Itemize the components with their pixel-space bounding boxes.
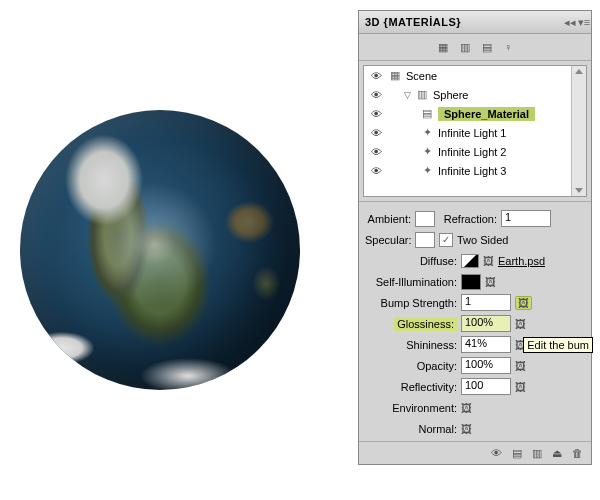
tree-label: Infinite Light 2 [438, 146, 507, 158]
specular-label: Specular: [365, 234, 411, 246]
bump-label: Bump Strength: [365, 297, 457, 309]
gloss-label: Glossiness: [365, 318, 457, 330]
canvas-area [20, 110, 300, 390]
filter-mesh-icon[interactable]: ▥ [460, 41, 470, 54]
texture-menu-icon[interactable]: 🖼 [485, 276, 496, 288]
visibility-icon[interactable]: 👁 [368, 127, 384, 139]
opacity-label: Opacity: [365, 360, 457, 372]
visibility-icon[interactable]: 👁 [368, 146, 384, 158]
reflectivity-label: Reflectivity: [365, 381, 457, 393]
material-properties: Ambient: Refraction: 1 Specular: ✓ Two S… [359, 201, 591, 441]
tree-row-light2[interactable]: 👁 ✦ Infinite Light 2 [364, 142, 586, 161]
texture-menu-icon[interactable]: 🖼 [483, 255, 494, 267]
panel-tabbar: 3D {MATERİALS} ◂◂ ▾≡ [359, 11, 591, 34]
diffuse-swatch[interactable] [461, 254, 479, 268]
normal-label: Normal: [365, 423, 457, 435]
visibility-icon[interactable]: 👁 [368, 165, 384, 177]
refraction-field[interactable]: 1 [501, 210, 551, 227]
menu-icon[interactable]: ▾≡ [577, 16, 591, 29]
texture-menu-icon[interactable]: 🖼 [515, 318, 526, 330]
diffuse-label: Diffuse: [365, 255, 457, 267]
tree-label: Sphere_Material [438, 107, 535, 121]
tree-row-sphere[interactable]: 👁 ▽ ▥ Sphere [364, 85, 586, 104]
light-icon: ✦ [420, 126, 434, 139]
texture-menu-icon[interactable]: 🖼 [461, 402, 472, 414]
collapse-icon[interactable]: ◂◂ [563, 16, 577, 29]
texture-menu-icon[interactable]: 🖼 [515, 360, 526, 372]
filter-material-icon[interactable]: ▤ [482, 41, 492, 54]
texture-menu-icon: 🖼 [518, 297, 529, 309]
tooltip: Edit the bum [523, 337, 593, 353]
environment-label: Environment: [365, 402, 457, 414]
shininess-label: Shininess: [365, 339, 457, 351]
tree-row-scene[interactable]: 👁 ▦ Scene [364, 66, 586, 85]
self-illum-swatch[interactable] [461, 274, 481, 290]
footer-icon[interactable]: ⏏ [552, 447, 562, 460]
tree-scrollbar[interactable] [571, 66, 586, 196]
two-sided-checkbox[interactable]: ✓ [439, 233, 453, 247]
visibility-icon[interactable]: 👁 [368, 108, 384, 120]
light-icon: ✦ [420, 164, 434, 177]
reflectivity-field[interactable]: 100 [461, 378, 511, 395]
footer-icon[interactable]: 👁 [491, 447, 502, 459]
filter-toolbar: ▦ ▥ ▤ ♀ [359, 34, 591, 61]
shininess-field[interactable]: 41% [461, 336, 511, 353]
globe-render [20, 110, 300, 390]
tree-label: Infinite Light 1 [438, 127, 507, 139]
two-sided-label: Two Sided [457, 234, 508, 246]
gloss-field[interactable]: 100% [461, 315, 511, 332]
tree-label: Scene [406, 70, 437, 82]
material-icon: ▤ [420, 107, 434, 120]
ambient-label: Ambient: [365, 213, 411, 225]
opacity-field[interactable]: 100% [461, 357, 511, 374]
filter-scene-icon[interactable]: ▦ [438, 41, 448, 54]
tree-row-light1[interactable]: 👁 ✦ Infinite Light 1 [364, 123, 586, 142]
tree-label: Sphere [433, 89, 468, 101]
visibility-icon[interactable]: 👁 [368, 70, 384, 82]
bump-field[interactable]: 1 [461, 294, 511, 311]
bump-texture-button[interactable]: 🖼 [515, 296, 532, 310]
visibility-icon[interactable]: 👁 [368, 89, 384, 101]
tree-row-material[interactable]: 👁 ▤ Sphere_Material [364, 104, 586, 123]
tree-row-light3[interactable]: 👁 ✦ Infinite Light 3 [364, 161, 586, 180]
trash-icon[interactable]: 🗑 [572, 447, 583, 459]
diffuse-file-link[interactable]: Earth.psd [498, 255, 545, 267]
texture-menu-icon[interactable]: 🖼 [461, 423, 472, 435]
materials-panel: 3D {MATERİALS} ◂◂ ▾≡ ▦ ▥ ▤ ♀ 👁 ▦ Scene 👁… [358, 10, 592, 465]
disclosure-icon[interactable]: ▽ [404, 90, 411, 100]
refraction-label: Refraction: [439, 213, 497, 225]
light-icon: ✦ [420, 145, 434, 158]
panel-footer: 👁 ▤ ▥ ⏏ 🗑 [359, 441, 591, 464]
scene-tree[interactable]: 👁 ▦ Scene 👁 ▽ ▥ Sphere 👁 ▤ Sphere_Materi… [363, 65, 587, 197]
self-illum-label: Self-Illumination: [365, 276, 457, 288]
ambient-swatch[interactable] [415, 211, 435, 227]
mesh-icon: ▥ [415, 88, 429, 101]
footer-icon[interactable]: ▤ [512, 447, 522, 460]
filter-light-icon[interactable]: ♀ [504, 41, 512, 53]
scene-icon: ▦ [388, 69, 402, 82]
panel-title[interactable]: 3D {MATERİALS} [359, 12, 467, 32]
footer-icon[interactable]: ▥ [532, 447, 542, 460]
tree-label: Infinite Light 3 [438, 165, 507, 177]
specular-swatch[interactable] [415, 232, 435, 248]
texture-menu-icon[interactable]: 🖼 [515, 381, 526, 393]
